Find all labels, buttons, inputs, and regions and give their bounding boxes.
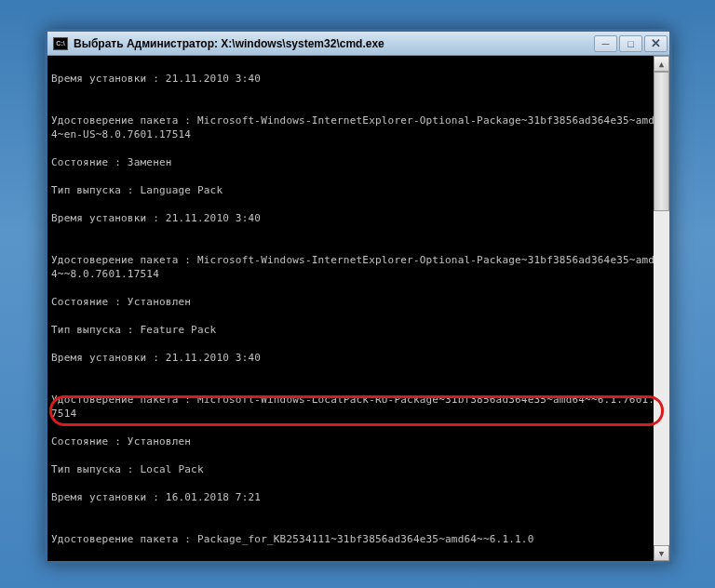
output-line: Время установки : 21.11.2010 3:40 bbox=[51, 211, 666, 225]
terminal-output[interactable]: Время установки : 21.11.2010 3:40 Удосто… bbox=[47, 56, 669, 561]
output-line: Время установки : 21.11.2010 3:40 bbox=[51, 72, 666, 86]
scroll-thumb[interactable] bbox=[654, 72, 669, 211]
maximize-button[interactable]: □ bbox=[619, 35, 642, 52]
output-line: Время установки : 16.01.2018 7:21 bbox=[51, 490, 666, 504]
output-line: Состояние : Заменен bbox=[51, 155, 666, 169]
output-line: Время установки : 21.11.2010 3:40 bbox=[51, 351, 666, 365]
output-line: Удостоверение пакета : Microsoft-Windows… bbox=[51, 253, 666, 281]
output-line: Тип выпуска : Local Pack bbox=[51, 462, 666, 476]
scroll-up-button[interactable]: ▲ bbox=[654, 56, 669, 72]
window-controls: ─ □ ✕ bbox=[594, 35, 668, 52]
scrollbar[interactable]: ▲ ▼ bbox=[654, 56, 669, 561]
output-line: Удостоверение пакета : Package_for_KB253… bbox=[51, 532, 666, 546]
output-line: Тип выпуска : Feature Pack bbox=[51, 323, 666, 337]
output-line: Удостоверение пакета : Microsoft-Windows… bbox=[51, 114, 666, 141]
output-line: Состояние : Установлен bbox=[51, 434, 666, 448]
close-button[interactable]: ✕ bbox=[644, 35, 668, 52]
titlebar[interactable]: C:\ Выбрать Администратор: X:\windows\sy… bbox=[47, 32, 669, 56]
window-title: Выбрать Администратор: X:\windows\system… bbox=[72, 37, 594, 50]
cmd-window: C:\ Выбрать Администратор: X:\windows\sy… bbox=[45, 29, 672, 564]
cmd-icon: C:\ bbox=[53, 37, 68, 50]
output-line: Тип выпуска : Language Pack bbox=[51, 183, 666, 197]
output-line: Удостоверение пакета : Microsoft-Windows… bbox=[51, 393, 666, 421]
output-line: Состояние : Установлен bbox=[51, 560, 666, 561]
scroll-down-button[interactable]: ▼ bbox=[654, 545, 669, 561]
minimize-button[interactable]: ─ bbox=[594, 35, 617, 52]
output-line: Состояние : Установлен bbox=[51, 295, 666, 309]
